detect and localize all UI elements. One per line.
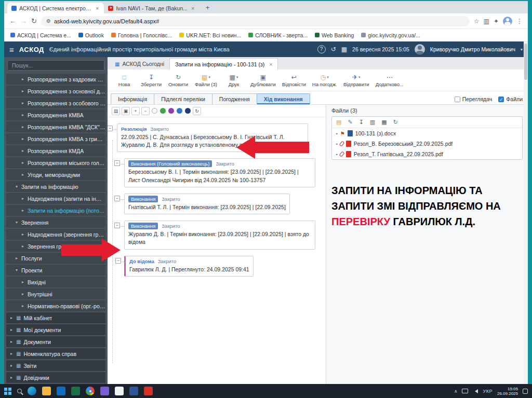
- more-button[interactable]: ⋯Додатково...: [374, 73, 406, 88]
- tab-sublists[interactable]: Підлеглі переліки: [154, 93, 212, 104]
- sidebar-item-my-documents[interactable]: ▸▦Мої документи: [6, 324, 105, 335]
- reply-button[interactable]: ↩Відповісти: [280, 73, 308, 88]
- sidebar-item-documents[interactable]: ▸▦Документи: [6, 336, 105, 347]
- site-settings-icon[interactable]: ⚙: [46, 18, 51, 24]
- remove-button[interactable]: −: [141, 107, 150, 115]
- print-icon[interactable]: ▦: [381, 119, 387, 126]
- sidebar-item[interactable]: ▸Внутрішні: [6, 289, 105, 299]
- close-icon[interactable]: ×: [190, 5, 195, 11]
- fyi-node[interactable]: − До відомаЗакрито Гаврилюк Л. Д. | Пере…: [124, 256, 254, 277]
- edge-icon[interactable]: [28, 387, 36, 395]
- new-button[interactable]: □Нова: [112, 73, 137, 88]
- collapse-icon[interactable]: −: [114, 160, 120, 166]
- browser-tab-youtube[interactable]: Ivan NAVI - Там, де (Bakun... ×: [104, 3, 200, 13]
- folder-icon[interactable]: ▤: [336, 119, 341, 126]
- execution-node[interactable]: − ВиконанняЗакрито Журавлю Д. В. | Термі…: [124, 221, 315, 249]
- outlook-icon[interactable]: [57, 387, 65, 395]
- execution-node[interactable]: − ВиконанняЗакрито Гнатівській Т. Л. | Т…: [124, 194, 290, 214]
- close-icon[interactable]: ×: [95, 5, 100, 11]
- excel-icon[interactable]: [71, 387, 80, 395]
- sidebar-item-reports[interactable]: ▸▦Звіти: [6, 360, 105, 371]
- start-button[interactable]: [4, 388, 11, 395]
- status-dot-navy[interactable]: [185, 108, 191, 114]
- approval-button[interactable]: ◷▾На погодж.: [310, 73, 339, 88]
- sidebar-item[interactable]: ▸Розпорядження КМВА "ДСК" Літе: [6, 121, 105, 132]
- extensions-icon[interactable]: ✦: [494, 18, 499, 25]
- sidebar-item[interactable]: ▸Угоди, меморандуми: [6, 169, 105, 180]
- bookmark-item[interactable]: АСКОД | Система е...: [10, 32, 71, 38]
- help-icon[interactable]: ?: [317, 45, 326, 53]
- file-row[interactable]: ▪ ⚑ 100-131 (з).docx: [332, 128, 522, 139]
- user-avatar[interactable]: [415, 44, 425, 54]
- profile-avatar[interactable]: [503, 17, 512, 26]
- speaker-icon[interactable]: [473, 389, 478, 393]
- user-name[interactable]: Криворучко Дмитро Миколайович: [430, 46, 515, 52]
- duplicate-button[interactable]: ▣Дублювати: [248, 73, 278, 88]
- sidebar-item[interactable]: ▸Розпорядження з особового скла: [6, 98, 105, 108]
- sidebar-item[interactable]: ▸Розпорядження міського голови: [6, 157, 105, 168]
- notepad-icon[interactable]: [115, 387, 124, 395]
- search-input[interactable]: [7, 60, 104, 71]
- expand-all-button[interactable]: ▤: [112, 107, 120, 115]
- sidebar-item-my-cabinet[interactable]: ▸▦Мій кабінет: [6, 312, 105, 323]
- execution-node-main[interactable]: − Виконання (Головний виконавець)Закрито…: [124, 158, 315, 187]
- scrollbar-thumb[interactable]: [524, 44, 527, 80]
- sidebar-item[interactable]: ▸Розпорядження з основної діяльн: [6, 86, 105, 97]
- edit-icon[interactable]: ✎: [348, 119, 352, 126]
- status-dot-blue[interactable]: [177, 108, 182, 114]
- collapse-all-button[interactable]: ▣: [122, 107, 130, 115]
- refresh-button[interactable]: ↻Оновити: [166, 73, 191, 88]
- add-button[interactable]: +: [131, 107, 140, 115]
- download-icon[interactable]: ↧: [359, 119, 364, 126]
- side-panel-icon[interactable]: ▥: [484, 18, 489, 25]
- tab-askod-today[interactable]: ▦ АСКОД Сьогодні: [110, 58, 169, 70]
- files-button[interactable]: ▤▾Файли (3): [193, 73, 219, 88]
- sidebar-item[interactable]: ▸Надходження (звернення громадян): [6, 229, 105, 240]
- save-button[interactable]: ↧Зберегти: [139, 73, 164, 88]
- bookmark-item[interactable]: Outlook: [78, 32, 104, 38]
- askod-app-icon[interactable]: [100, 387, 109, 395]
- sidebar-item[interactable]: ▸Розпорядження з кадрових питан: [6, 74, 105, 85]
- sidebar-item-nomenclature[interactable]: ▸▦Номенклатура справ: [6, 348, 105, 359]
- refresh-tree-button[interactable]: ↻: [193, 107, 201, 115]
- pdf-app-icon[interactable]: [144, 387, 153, 395]
- browser-menu-icon[interactable]: ⋮: [516, 18, 523, 25]
- sidebar-item[interactable]: ▸Розпорядження КМДА: [6, 145, 105, 156]
- sidebar-item-projects[interactable]: ▾Проекти: [6, 265, 105, 276]
- sidebar-item-directories[interactable]: ▸▦Довідники: [6, 372, 105, 383]
- sidebar-item-appeals[interactable]: ▾Звернення: [6, 217, 105, 228]
- print-button[interactable]: ▦▾Друк: [221, 73, 246, 88]
- tab-information[interactable]: Інформація: [111, 93, 154, 104]
- collapse-icon[interactable]: −: [114, 196, 120, 201]
- bookmark-item[interactable]: Web Banking: [315, 32, 354, 38]
- history-icon[interactable]: ↺: [331, 46, 336, 53]
- sidebar-item[interactable]: ▸Розпорядження КМВА з грифом «: [6, 133, 105, 144]
- back-icon[interactable]: ←: [9, 17, 16, 25]
- forward-icon[interactable]: →: [20, 17, 27, 25]
- sidebar-item[interactable]: ▸Розпорядження КМВА: [6, 109, 105, 120]
- sidebar-item[interactable]: ▸Нормативно-правові (орг.-розп.): [6, 300, 105, 311]
- new-tab-button[interactable]: +: [203, 3, 212, 12]
- close-icon[interactable]: ×: [269, 61, 272, 67]
- language-indicator[interactable]: УКР: [483, 389, 492, 394]
- viewer-checkbox[interactable]: Переглядач: [455, 96, 493, 102]
- menu-icon[interactable]: ≡: [9, 45, 14, 54]
- notification-icon[interactable]: [523, 389, 528, 394]
- page-scrollbar[interactable]: [524, 42, 528, 384]
- browser-tab-askod[interactable]: АСКОД | Система електронн... ×: [7, 3, 104, 13]
- sidebar-item-requests[interactable]: ▾Запити на інформацію: [6, 181, 105, 192]
- taskbar-search-icon[interactable]: [17, 389, 22, 393]
- network-icon[interactable]: [462, 389, 468, 393]
- bookmark-item[interactable]: СЛОВНИК - зверта...: [248, 32, 308, 38]
- chrome-icon[interactable]: [86, 387, 95, 395]
- collapse-icon[interactable]: −: [108, 126, 113, 131]
- file-explorer-icon[interactable]: [42, 387, 51, 395]
- bookmark-item[interactable]: UKR.NET: Всі новин...: [179, 32, 241, 38]
- file-row[interactable]: ▪ Резол_Т. Гнатівська_22.09.2025.pdf: [332, 149, 522, 159]
- sidebar-item-requests-current[interactable]: ▸Запити на інформацію (поточні): [6, 205, 105, 216]
- address-bar[interactable]: ⚙ askod-web.kyivcity.gov.ua/Default4.asp…: [41, 16, 470, 26]
- refresh-icon[interactable]: ↻: [393, 119, 398, 126]
- reload-icon[interactable]: ↻: [31, 17, 37, 25]
- bookmark-star-icon[interactable]: ☆: [474, 18, 480, 25]
- tab-request-document[interactable]: Запити на інформацію - 100-131 (з) ×: [169, 58, 278, 70]
